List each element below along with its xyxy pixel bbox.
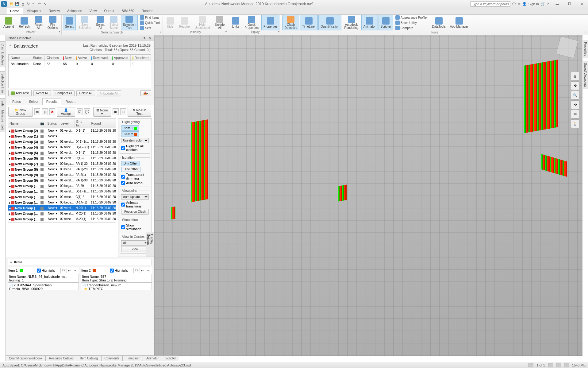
view-context-select[interactable]: All (121, 240, 149, 246)
ribbon-quick-find[interactable]: Quick Find (139, 20, 161, 25)
walk-icon[interactable]: 🚶 (571, 119, 579, 128)
result-row[interactable]: ▸New Group (...New ▾01 eerst...M-20(1)11… (8, 211, 117, 216)
ribbon-app-manager-button[interactable]: App Manager (448, 15, 471, 30)
highlight-all-checkbox[interactable] (121, 146, 125, 150)
result-row[interactable]: ▸New Group (9)New ▾01 eerst...PA-2(1)11:… (8, 172, 117, 178)
maximize-button[interactable]: ☐ (563, 0, 576, 8)
result-row[interactable]: ▸New Group (4)New ▾02 twee...D(-1)-2(1)1… (8, 145, 117, 150)
results-table[interactable]: Name📷StatusLevelGrid In...Found ▸New Gro… (8, 118, 116, 223)
item1-highlight-checkbox[interactable] (37, 269, 41, 273)
info-icon[interactable]: ⓘ (512, 2, 516, 6)
steering-wheel-icon[interactable]: ◎ (571, 72, 579, 80)
bottom-tab-timeliner[interactable]: TimeLiner (123, 355, 143, 361)
add-test-button[interactable]: Add Test (8, 90, 32, 96)
subtab-report[interactable]: Report (61, 98, 79, 105)
bottom-tab-scripter[interactable]: Scripter (162, 355, 179, 361)
side-tab-measure-tools[interactable]: Measure Tools (0, 108, 5, 132)
item2-pill[interactable]: Item 2 (121, 131, 139, 137)
import-export-button[interactable]: 📥▾ (140, 90, 151, 96)
close-button[interactable]: ✕ (576, 0, 588, 8)
cart-icon[interactable]: 🛒 (541, 2, 545, 6)
ribbon-appearance-profiler[interactable]: Appearance Profiler (394, 15, 429, 20)
orbit-icon[interactable]: ⟲ (571, 100, 579, 109)
ribbon-scripter-button[interactable]: Scripter (379, 15, 393, 30)
use-item-colors-select[interactable]: Use item colors (121, 138, 149, 143)
ribbon-links-button[interactable]: Links (229, 15, 242, 30)
i1-t2[interactable]: ⇄ (67, 268, 72, 273)
pan-icon[interactable]: ✥ (571, 81, 579, 90)
ribbon-select-same-button[interactable]: Select Same (107, 15, 120, 30)
look-icon[interactable]: 👁 (571, 110, 579, 118)
result-row[interactable]: ▸New Group (...New ▾02 twee...C(1)-211:1… (8, 194, 117, 200)
ribbon-selection-tree-button[interactable]: Selection Tree (121, 15, 138, 30)
ribbon-compare[interactable]: Compare (394, 25, 429, 30)
ribbon-tab-animation[interactable]: Animation (63, 8, 86, 14)
subtab-results[interactable]: Results (42, 98, 62, 105)
panel-options-icon[interactable]: ▾ (142, 36, 147, 40)
result-row[interactable]: ▸New Group (...New ▾01 eerst...D(-1)-1(.… (8, 189, 117, 194)
ungroup-icon[interactable]: ▯ (42, 108, 48, 115)
side-tab-properties[interactable]: Properties (583, 40, 588, 58)
ribbon-file-options-button[interactable]: File Options (45, 15, 60, 30)
items-header-bar[interactable]: ∧Items (8, 259, 152, 265)
panel-close-icon[interactable]: ✕ (148, 36, 152, 40)
signin-link[interactable]: Sign In (528, 2, 539, 6)
ribbon-hide-button[interactable]: Hide (164, 15, 176, 30)
ribbon-reset-all-button[interactable]: Reset All (33, 15, 45, 30)
ribbon-require-button[interactable]: Require (177, 15, 192, 30)
collapse-icon[interactable]: ∧ (9, 43, 11, 47)
zoom-icon[interactable]: 🔍 (571, 91, 579, 99)
pencil-icon[interactable] (556, 363, 561, 367)
ribbon-quick-properties-button[interactable]: Quick Properties (242, 15, 261, 30)
display-settings-tab[interactable]: Display Settings (146, 232, 154, 257)
ribbon-save-selection-button[interactable]: Save Selection (76, 15, 93, 30)
ribbon-sets[interactable]: Sets (139, 25, 161, 30)
ribbon-select-button[interactable]: Select (63, 15, 76, 30)
bottom-tab-item-catalog[interactable]: Item Catalog (77, 355, 101, 361)
redo-icon[interactable]: ↷ (37, 2, 42, 6)
ribbon-tab-view[interactable]: View (86, 8, 101, 14)
result-row[interactable]: ▸New Group (2)New ▾01 verdi...D-1(-1)11:… (8, 128, 117, 134)
print-icon[interactable]: 🖨 (20, 2, 25, 6)
refresh-icon[interactable]: ↻ (26, 2, 31, 6)
ribbon-tab-review[interactable]: Review (45, 8, 63, 14)
ribbon-append-button[interactable]: Append (1, 15, 16, 30)
ribbon-animator-button[interactable]: Animator (361, 15, 378, 30)
3d-viewport[interactable]: ◎ ✥ 🔍 ⟲ 👁 🚶 (154, 35, 582, 356)
rerun-test-button[interactable]: ↻ Re-run Test (128, 107, 151, 117)
result-row[interactable]: ▸New Group (...New ▾00 bega...PA-2911:15… (8, 183, 117, 189)
result-row[interactable]: ▸New Group (6)New ▾01 eerst...C(1)-211:1… (8, 156, 117, 161)
item2-tree[interactable]: 📄 Trappenhuizen_new.ifc 📁 TEMPIFC (81, 282, 152, 290)
ribbon-find-items[interactable]: Find Items (139, 15, 161, 20)
ribbon-select-all-button[interactable]: Select All (94, 15, 107, 30)
star-icon[interactable]: ☆ (517, 2, 521, 6)
ribbon-tab-viewpoint[interactable]: Viewpoint (23, 8, 45, 14)
i1-t3[interactable]: ↖ (73, 268, 78, 273)
item1-tree[interactable]: 📄 2017058AA_Sparrenlaan Ermelo_BWK_06092… (8, 282, 79, 290)
ribbon-properties-button[interactable]: Properties (261, 15, 280, 30)
side-tab-selection-tree[interactable]: Selection Tree (0, 71, 5, 95)
ribbon-tab-render[interactable]: Render (138, 8, 156, 14)
update-all-button[interactable]: ↻ Update All (97, 90, 121, 96)
ribbon-tab-bim-360[interactable]: BIM 360 (118, 8, 138, 14)
undo-icon[interactable]: ↶ (31, 2, 36, 6)
sheet-icon[interactable] (528, 363, 533, 367)
ribbon-refresh-button[interactable]: Refresh (17, 15, 32, 30)
ribbon-unhide-all-button[interactable]: Unhide All (213, 15, 227, 30)
none-dropdown[interactable]: ☰ None ▾ (93, 107, 111, 117)
ribbon-autodesk-rendering-button[interactable]: Autodesk Rendering (342, 15, 360, 30)
help-icon[interactable]: ? (547, 2, 549, 6)
result-row[interactable]: ▸New Group (...New ▾00 bega...O-14(-1)11… (8, 200, 117, 205)
ribbon-clash-detective-button[interactable]: Clash Detective (282, 15, 299, 30)
tests-grid[interactable]: NameStatusClashesNewActiveReviewedApprov… (8, 54, 151, 88)
user-icon[interactable]: 👤 (522, 2, 527, 6)
ribbon-datatools-button[interactable]: DataTools (430, 15, 448, 30)
comment-icon[interactable]: 💬 (84, 108, 90, 115)
viewpoint-mode-select[interactable]: Auto-update (121, 194, 149, 199)
result-row[interactable]: ▸New Group (...New ▾02 twee...M-20(1)11:… (8, 216, 117, 222)
disk-icon[interactable] (548, 363, 553, 367)
result-row[interactable]: ▸New Group (5)New ▾02 verdi...D-1(-1)11:… (8, 150, 117, 156)
subtab-rules[interactable]: Rules (8, 98, 25, 105)
result-row[interactable]: ▸New Group (9)New ▾01 eerst...PA(1)-3011… (8, 178, 117, 183)
transparent-dimming-checkbox[interactable] (121, 175, 125, 179)
